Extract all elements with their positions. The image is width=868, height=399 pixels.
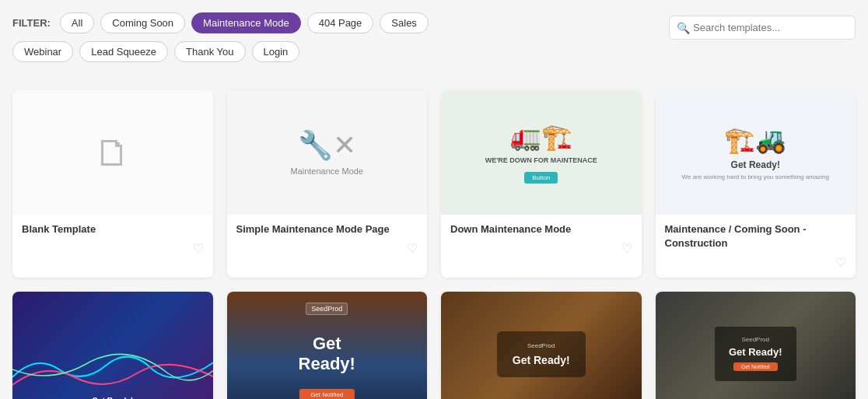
threads-content: Get Ready! we're working on something am…	[12, 292, 213, 399]
card-footer-simple-maint: ♡	[227, 241, 428, 264]
template-card-wood[interactable]: SeedProd Get Ready! Maintenance / Coming…	[441, 292, 642, 399]
wood-content: SeedProd Get Ready!	[441, 292, 642, 399]
favorite-icon-blank[interactable]: ♡	[193, 241, 204, 256]
construction-get-ready: Get Ready!	[682, 159, 829, 170]
filter-btn-all[interactable]: All	[60, 12, 94, 33]
filter-btn-thank-you[interactable]: Thank You	[174, 41, 245, 62]
down-maint-headline: WE'RE DOWN FOR MAINTENACE	[485, 156, 597, 164]
down-maint-btn: Button	[524, 172, 558, 184]
wood-badge: SeedProd	[513, 342, 570, 349]
truck-icon: 🚛🏗️	[485, 122, 597, 152]
card-thumb-clouds: SeedProd GetReady! Get Notified	[227, 292, 428, 399]
card-thumb-simple-maint: 🔧✕ Maintenance Mode	[227, 90, 428, 215]
filter-row2: Webinar Lead Squeeze Thank You Login	[12, 41, 669, 62]
card-thumb-blank: 🗋	[12, 90, 213, 215]
card-title-blank: Blank Template	[12, 215, 213, 241]
document-icon: 🗋	[94, 131, 131, 174]
template-card-threads[interactable]: Get Ready! we're working on something am…	[12, 292, 213, 399]
card-footer-down-maint: ♡	[441, 241, 642, 264]
template-card-simple-maint[interactable]: 🔧✕ Maintenance Mode Simple Maintenance M…	[227, 90, 428, 278]
favorite-icon-construction[interactable]: ♡	[835, 255, 846, 270]
card-title-down-maint: Down Maintenance Mode	[441, 215, 642, 241]
down-maint-content: 🚛🏗️ WE'RE DOWN FOR MAINTENACE Button	[478, 114, 605, 191]
typewriter-content: SeedProd Get Ready! Get Notified	[656, 292, 856, 399]
clouds-seedprod-badge: SeedProd	[306, 303, 348, 315]
template-card-construction[interactable]: 🏗️🚜 Get Ready! We are working hard to br…	[656, 90, 856, 278]
construction-illus: 🏗️🚜	[682, 125, 829, 155]
card-thumb-typewriter: SeedProd Get Ready! Get Notified	[656, 292, 856, 399]
typewriter-btn: Get Notified	[733, 362, 778, 371]
template-grid: 🗋 Blank Template ♡ 🔧✕ Maintenance Mode S…	[12, 90, 856, 399]
wood-get-ready: Get Ready!	[513, 354, 570, 366]
wood-panel: SeedProd Get Ready!	[497, 331, 586, 377]
card-footer-blank: ♡	[12, 241, 213, 264]
card-thumb-threads: Get Ready! we're working on something am…	[12, 292, 213, 399]
clouds-get-ready: GetReady!	[299, 334, 355, 375]
search-wrap: 🔍	[669, 16, 856, 40]
clouds-content: SeedProd GetReady! Get Notified	[227, 292, 428, 399]
card-title-simple-maint: Simple Maintenance Mode Page	[227, 215, 428, 241]
typewriter-panel: SeedProd Get Ready! Get Notified	[715, 327, 796, 381]
filter-btn-coming-soon[interactable]: Coming Soon	[100, 12, 185, 33]
card-thumb-wood: SeedProd Get Ready!	[441, 292, 642, 399]
clouds-btn: Get Notified	[299, 389, 354, 399]
favorite-icon-down-maint[interactable]: ♡	[621, 241, 632, 256]
construction-content: 🏗️🚜 Get Ready! We are working hard to br…	[674, 117, 837, 188]
maint-thumb-text: Maintenance Mode	[290, 166, 363, 176]
filter-btn-maintenance-mode[interactable]: Maintenance Mode	[191, 12, 301, 33]
template-card-blank[interactable]: 🗋 Blank Template ♡	[12, 90, 213, 278]
wrench-icon: 🔧✕	[290, 129, 363, 162]
filter-btn-webinar[interactable]: Webinar	[12, 41, 73, 62]
template-card-typewriter[interactable]: SeedProd Get Ready! Get Notified Mainten…	[656, 292, 856, 399]
construction-sub: We are working hard to bring you somethi…	[682, 173, 829, 180]
template-card-down-maint[interactable]: 🚛🏗️ WE'RE DOWN FOR MAINTENACE Button Dow…	[441, 90, 642, 278]
maint-icon-content: 🔧✕ Maintenance Mode	[290, 129, 363, 176]
card-thumb-construction: 🏗️🚜 Get Ready! We are working hard to br…	[656, 90, 856, 215]
template-card-clouds[interactable]: SeedProd GetReady! Get Notified Maintena…	[227, 292, 428, 399]
card-title-construction: Maintenance / Coming Soon - Construction	[656, 215, 856, 255]
card-thumb-down-maint: 🚛🏗️ WE'RE DOWN FOR MAINTENACE Button	[441, 90, 642, 215]
typewriter-get-ready: Get Ready!	[729, 346, 782, 358]
header-row: FILTER: All Coming Soon Maintenance Mode…	[12, 12, 856, 76]
filter-label: FILTER:	[12, 17, 51, 29]
filter-btn-sales[interactable]: Sales	[380, 12, 429, 33]
filter-btn-login[interactable]: Login	[252, 41, 300, 62]
search-icon: 🔍	[677, 22, 690, 34]
search-input[interactable]	[669, 16, 856, 40]
filter-bar: FILTER: All Coming Soon Maintenance Mode…	[12, 12, 669, 33]
filter-btn-lead-squeeze[interactable]: Lead Squeeze	[79, 41, 168, 62]
filter-btn-404[interactable]: 404 Page	[307, 12, 374, 33]
typewriter-badge: SeedProd	[729, 336, 782, 343]
card-footer-construction: ♡	[656, 255, 856, 278]
favorite-icon-simple-maint[interactable]: ♡	[407, 241, 418, 256]
threads-wave-svg	[12, 346, 213, 393]
